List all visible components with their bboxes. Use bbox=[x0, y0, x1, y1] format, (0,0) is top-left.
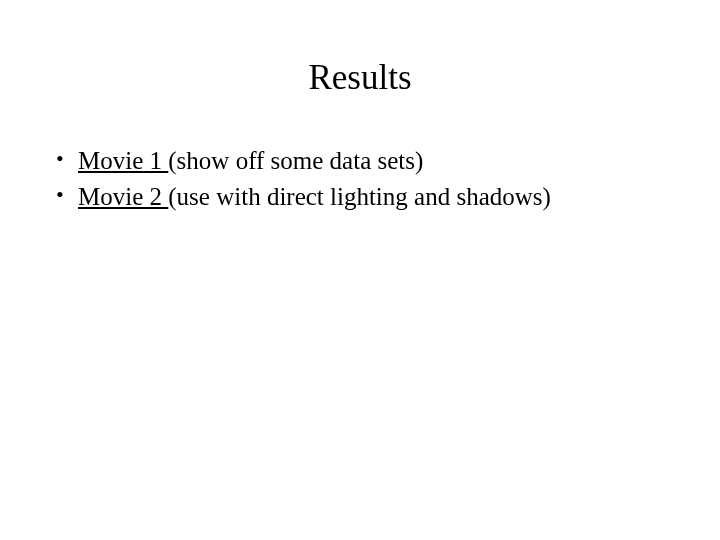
item-description: (show off some data sets) bbox=[168, 147, 423, 174]
item-description: (use with direct lighting and shadows) bbox=[168, 183, 551, 210]
list-item: Movie 1 (show off some data sets) bbox=[52, 144, 678, 178]
list-item: Movie 2 (use with direct lighting and sh… bbox=[52, 180, 678, 214]
page-title: Results bbox=[42, 58, 678, 98]
movie-2-link[interactable]: Movie 2 bbox=[78, 183, 168, 210]
bullet-list: Movie 1 (show off some data sets) Movie … bbox=[42, 144, 678, 214]
movie-1-link[interactable]: Movie 1 bbox=[78, 147, 168, 174]
